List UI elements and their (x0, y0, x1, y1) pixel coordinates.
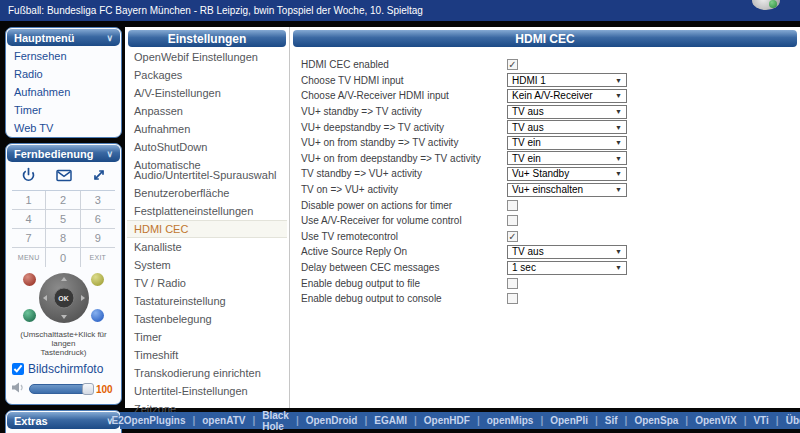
checkbox-disable-power-on-actions-for-timer[interactable] (507, 200, 518, 211)
settings-menu-item-tv-radio[interactable]: TV / Radio (127, 274, 287, 292)
red-button[interactable] (23, 273, 36, 286)
footer-link-opendroid[interactable]: OpenDroid (299, 415, 365, 426)
expand-icon[interactable] (92, 168, 106, 186)
settings-menu-item-timeshift[interactable]: Timeshift (127, 346, 287, 364)
arrow-left-icon[interactable] (43, 295, 47, 301)
remote-key-exit[interactable]: EXIT (81, 248, 115, 267)
select-vu-on-from-standby-tv-activity[interactable]: TV ein▼ (507, 136, 627, 150)
direction-pad[interactable]: OK (39, 273, 89, 323)
select-choose-a-v-receiver-hdmi-input[interactable]: Kein A/V-Receiver▼ (507, 89, 627, 103)
speaker-icon (11, 380, 26, 398)
remote-key-menu[interactable]: MENU (12, 248, 46, 267)
form-row-disable-power-on-actions-for-timer: Disable power on actions for timer (292, 197, 798, 213)
remote-key-7[interactable]: 7 (12, 229, 46, 248)
green-button[interactable] (23, 309, 36, 322)
footer-link-egami[interactable]: EGAMI (367, 415, 414, 426)
sidebar-item-fernsehen[interactable]: Fernsehen (6, 47, 121, 65)
select-tv-on-vu-activity[interactable]: Vu+ einschalten▼ (507, 183, 627, 197)
footer-link-sif[interactable]: Sif (598, 415, 625, 426)
volume-slider-handle[interactable] (82, 383, 94, 395)
settings-menu-item-tastatureinstellung[interactable]: Tastatureinstellung (127, 292, 287, 310)
select-delay-between-cec-messages[interactable]: 1 sec▼ (507, 261, 627, 275)
remote-key-8[interactable]: 8 (46, 229, 80, 248)
remote-key-2[interactable]: 2 (46, 191, 80, 210)
footer-link-ber[interactable]: Über (779, 415, 800, 426)
footer-link-e2openplugins[interactable]: E2OpenPlugins (105, 415, 193, 426)
checkbox-enable-debug-output-to-file[interactable] (507, 278, 518, 289)
hdmi-cec-panel: HDMI CEC HDMI CEC enabled✓Choose TV HDMI… (290, 27, 800, 408)
settings-menu-item-anpassen[interactable]: Anpassen (127, 102, 287, 120)
settings-menu-item-hdmi-cec[interactable]: HDMI CEC (127, 220, 287, 238)
select-choose-tv-hdmi-input[interactable]: HDMI 1▼ (507, 73, 627, 87)
remote-key-3[interactable]: 3 (81, 191, 115, 210)
footer-link-openpli[interactable]: OpenPli (543, 415, 595, 426)
footer-link-openhdf[interactable]: OpenHDF (417, 415, 477, 426)
select-value: TV aus (512, 122, 544, 133)
chevron-down-icon: ∨ (106, 149, 113, 159)
remote-key-0[interactable]: 0 (46, 248, 80, 267)
screenshot-label: Bildschirmfoto (28, 362, 103, 376)
remote-key-9[interactable]: 9 (81, 229, 115, 248)
remote-key-4[interactable]: 4 (12, 210, 46, 229)
checkbox-hdmi-cec-enabled[interactable]: ✓ (507, 59, 518, 70)
footer-link-black-hole[interactable]: Black Hole (255, 410, 296, 432)
mail-icon[interactable] (56, 168, 72, 186)
arrow-up-icon[interactable] (61, 277, 67, 281)
remote-key-6[interactable]: 6 (81, 210, 115, 229)
volume-row: 100 (6, 377, 121, 404)
checkbox-enable-debug-output-to-console[interactable] (507, 293, 518, 304)
settings-menu-item-festplatteneinstellungen[interactable]: Festplatteneinstellungen (127, 202, 287, 220)
select-active-source-reply-on[interactable]: TV aus▼ (507, 245, 627, 259)
form-label: Choose TV HDMI input (301, 75, 507, 86)
settings-menu-item-aufnahmen[interactable]: Aufnahmen (127, 120, 287, 138)
settings-menu-items: OpenWebif EinstellungenPackagesA/V-Einst… (127, 48, 287, 418)
form-label: VU+ deepstandby => TV activity (301, 122, 507, 133)
remote-key-1[interactable]: 1 (12, 191, 46, 210)
settings-menu-item-benutzeroberfl-che[interactable]: Benutzeroberfläche (127, 184, 287, 202)
ok-button[interactable]: OK (53, 288, 74, 309)
hdmi-cec-form: HDMI CEC enabled✓Choose TV HDMI inputHDM… (292, 48, 798, 307)
settings-menu-item-timer[interactable]: Timer (127, 328, 287, 346)
volume-slider[interactable] (29, 384, 93, 394)
power-button[interactable] (21, 167, 36, 186)
form-row-tv-standby-vu-activity: TV standby => VU+ activityVu+ Standby▼ (292, 166, 798, 182)
sidebar-item-web-tv[interactable]: Web TV (6, 119, 121, 137)
checkbox-use-tv-remotecontrol[interactable]: ✓ (507, 231, 518, 242)
settings-menu-item-packages[interactable]: Packages (127, 66, 287, 84)
form-label: VU+ standby => TV activity (301, 106, 507, 117)
settings-menu-item-kanalliste[interactable]: Kanalliste (127, 238, 287, 256)
footer-link-openspa[interactable]: OpenSpa (627, 415, 685, 426)
arrow-right-icon[interactable] (81, 295, 85, 301)
settings-menu-item-tastenbelegung[interactable]: Tastenbelegung (127, 310, 287, 328)
settings-menu-item-untertitel-einstellungen[interactable]: Untertitel-Einstellungen (127, 382, 287, 400)
footer-link-vti[interactable]: VTi (746, 415, 775, 426)
hauptmenu-header[interactable]: Hauptmenü ∨ (7, 29, 120, 46)
form-row-choose-tv-hdmi-input: Choose TV HDMI inputHDMI 1▼ (292, 73, 798, 89)
blue-button[interactable] (91, 309, 104, 322)
select-vu-on-from-deepstandby-tv-activity[interactable]: TV ein▼ (507, 151, 627, 165)
sidebar-item-timer[interactable]: Timer (6, 101, 121, 119)
arrow-down-icon[interactable] (61, 315, 67, 319)
settings-menu-item-autoshutdown[interactable]: AutoShutDown (127, 138, 287, 156)
footer-link-openvix[interactable]: OpenViX (688, 415, 744, 426)
footer-link-openmips[interactable]: openMips (480, 415, 541, 426)
settings-menu-item-openwebif-einstellungen[interactable]: OpenWebif Einstellungen (127, 48, 287, 66)
settings-menu-item-automatische-audio-untertitel-spurauswahl[interactable]: Automatische Audio/Untertitel-Spurauswah… (127, 156, 287, 184)
yellow-button[interactable] (91, 273, 104, 286)
sidebar-item-aufnahmen[interactable]: Aufnahmen (6, 83, 121, 101)
select-vu-deepstandby-tv-activity[interactable]: TV aus▼ (507, 120, 627, 134)
remote-key-5[interactable]: 5 (46, 210, 80, 229)
footer-link-openatv[interactable]: openATV (195, 415, 252, 426)
settings-menu-item-a-v-einstellungen[interactable]: A/V-Einstellungen (127, 84, 287, 102)
fernbedienung-header[interactable]: Fernbedienung ∨ (7, 145, 120, 162)
select-vu-standby-tv-activity[interactable]: TV aus▼ (507, 105, 627, 119)
dropdown-arrow-icon: ▼ (615, 170, 622, 177)
select-tv-standby-vu-activity[interactable]: Vu+ Standby▼ (507, 167, 627, 181)
screenshot-checkbox[interactable] (12, 363, 24, 375)
settings-menu-item-system[interactable]: System (127, 256, 287, 274)
hauptmenu-items: FernsehenRadioAufnahmenTimerWeb TV (6, 47, 121, 137)
sidebar-item-radio[interactable]: Radio (6, 65, 121, 83)
checkbox-use-a-v-receiver-for-volume-control[interactable] (507, 215, 518, 226)
settings-menu-item-transkodierung-einrichten[interactable]: Transkodierung einrichten (127, 364, 287, 382)
extras-header[interactable]: Extras ∨ (7, 412, 120, 429)
